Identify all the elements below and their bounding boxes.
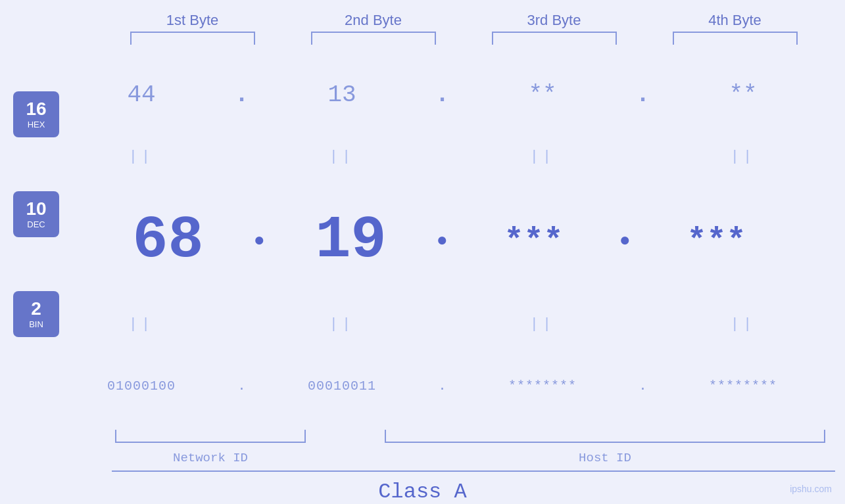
- hex-b2: 13: [260, 81, 424, 108]
- bin-number: 2: [31, 299, 41, 319]
- top-bracket-cell-2: [283, 32, 464, 45]
- host-id-label: Host ID: [385, 451, 825, 465]
- hex-badge: 16 HEX: [13, 91, 59, 137]
- eq2-b4: ||: [661, 316, 825, 332]
- id-labels-row: Network ID Host ID: [0, 451, 845, 465]
- equals-row-2: || || || ||: [59, 306, 825, 342]
- bin-badge: 2 BIN: [13, 291, 59, 337]
- dec-b2: 19: [269, 207, 433, 274]
- dec-b3: ***: [452, 222, 616, 260]
- hex-dot-1: .: [224, 81, 260, 108]
- dec-dot-3: ●: [616, 231, 635, 251]
- eq2-b1: ||: [59, 316, 224, 332]
- network-id-bracket: [115, 430, 306, 443]
- top-bracket-3: [492, 32, 617, 45]
- equals-row-1: || || || ||: [59, 139, 825, 175]
- eq2-b3: ||: [460, 316, 625, 332]
- hex-b1: 44: [59, 81, 224, 108]
- dec-b1: 68: [86, 207, 251, 274]
- host-id-bracket: [385, 430, 825, 443]
- byte-header-3: 3rd Byte: [464, 12, 644, 29]
- bin-b3: ********: [460, 378, 625, 394]
- top-bracket-2: [311, 32, 436, 45]
- hex-b4: **: [661, 81, 825, 108]
- hex-number: 16: [26, 99, 46, 120]
- content-area: 16 HEX 10 DEC 2 BIN 44 . 13: [0, 51, 845, 430]
- dec-row: 68 ● 19 ● *** ● ***: [59, 175, 825, 307]
- bottom-brackets-section: [0, 430, 845, 449]
- bin-b2: 00010011: [260, 378, 424, 394]
- byte-header-1: 1st Byte: [102, 12, 283, 29]
- dec-dot-2: ●: [433, 231, 452, 251]
- top-bracket-4: [673, 32, 798, 45]
- network-id-label: Network ID: [115, 451, 306, 465]
- hex-row: 44 . 13 . ** . **: [59, 51, 825, 139]
- byte-headers-row: 1st Byte 2nd Byte 3rd Byte 4th Byte: [0, 12, 845, 29]
- hex-b3: **: [460, 81, 625, 108]
- bin-dot-3: .: [625, 378, 661, 394]
- watermark: ipshu.com: [790, 484, 832, 494]
- data-grid: 44 . 13 . ** . ** ||: [59, 51, 845, 430]
- top-bracket-cell-4: [644, 32, 825, 45]
- full-bottom-line: [112, 470, 835, 472]
- top-bracket-cell-3: [464, 32, 644, 45]
- eq1-b1: ||: [59, 149, 224, 165]
- hex-label: HEX: [28, 120, 45, 129]
- byte-header-4: 4th Byte: [644, 12, 825, 29]
- bin-b1: 01000100: [59, 378, 224, 394]
- labels-column: 16 HEX 10 DEC 2 BIN: [0, 51, 59, 430]
- hex-dot-2: .: [424, 81, 460, 108]
- bin-label: BIN: [29, 319, 43, 329]
- dec-label: DEC: [27, 219, 45, 229]
- class-label: Class A: [0, 480, 845, 504]
- bin-dot-1: .: [224, 378, 260, 394]
- eq1-b2: ||: [260, 149, 424, 165]
- dec-dot-1: ●: [251, 231, 269, 251]
- eq1-b4: ||: [661, 149, 825, 165]
- eq2-b2: ||: [260, 316, 424, 332]
- hex-dot-3: .: [625, 81, 661, 108]
- top-bracket-1: [130, 32, 255, 45]
- top-brackets-row: [0, 32, 845, 45]
- bin-b4: ********: [661, 378, 825, 394]
- eq1-b3: ||: [460, 149, 625, 165]
- main-container: 1st Byte 2nd Byte 3rd Byte 4th Byte 16 H…: [0, 0, 845, 504]
- top-bracket-cell-1: [102, 32, 283, 45]
- byte-header-2: 2nd Byte: [283, 12, 464, 29]
- bin-dot-2: .: [424, 378, 460, 394]
- dec-b4: ***: [635, 222, 799, 260]
- dec-badge: 10 DEC: [13, 191, 59, 237]
- dec-number: 10: [26, 199, 46, 219]
- bin-row: 01000100 . 00010011 . ******** . *******…: [59, 342, 825, 430]
